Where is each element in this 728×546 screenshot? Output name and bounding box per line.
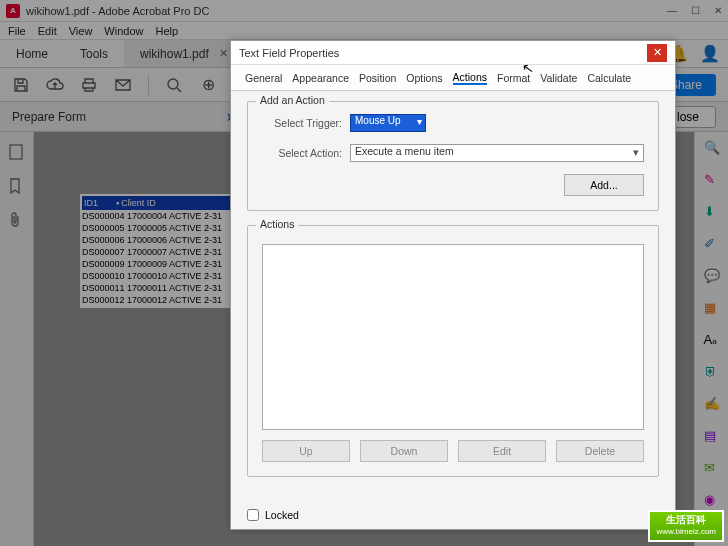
rt-form-icon[interactable]: ▤: [704, 428, 720, 444]
mouse-cursor-icon: ↖: [521, 59, 536, 77]
save-icon[interactable]: [12, 76, 30, 94]
dialog-tabs: General Appearance Position Options Acti…: [231, 65, 675, 91]
tab-position[interactable]: Position: [359, 72, 396, 84]
select-action-dropdown[interactable]: Execute a menu item: [350, 144, 644, 162]
pdf-file-icon: A: [6, 4, 20, 18]
context-title: Prepare Form: [12, 110, 86, 124]
print-icon[interactable]: [80, 76, 98, 94]
menu-help[interactable]: Help: [155, 25, 178, 37]
menubar: File Edit View Window Help: [0, 22, 728, 40]
window-title: wikihow1.pdf - Adobe Acrobat Pro DC: [26, 5, 667, 17]
edit-button[interactable]: Edit: [458, 440, 546, 462]
rt-edit-icon[interactable]: ✐: [704, 236, 720, 252]
attachment-icon[interactable]: [9, 212, 25, 228]
actions-group: Actions Up Down Edit Delete: [247, 225, 659, 477]
rt-export-icon[interactable]: ⬇: [704, 204, 720, 220]
select-trigger-label: Select Trigger:: [262, 117, 342, 129]
tab-document-label: wikihow1.pdf: [140, 47, 209, 61]
tab-close-icon[interactable]: ✕: [219, 47, 228, 60]
actions-legend: Actions: [256, 218, 298, 230]
select-trigger-dropdown[interactable]: Mouse Up: [350, 114, 426, 132]
tab-home[interactable]: Home: [0, 40, 64, 67]
right-rail: 🔍 ✎ ⬇ ✐ 💬 ▦ Aₐ ⛨ ✍ ▤ ✉ ◉: [694, 132, 728, 546]
menu-view[interactable]: View: [69, 25, 93, 37]
tab-options[interactable]: Options: [406, 72, 442, 84]
maximize-icon[interactable]: ☐: [691, 5, 700, 16]
signin-icon[interactable]: 👤: [700, 44, 720, 63]
email-icon[interactable]: [114, 76, 132, 94]
locked-row: Locked: [231, 501, 675, 529]
dialog-title: Text Field Properties: [239, 47, 339, 59]
col-id1: ID1: [84, 197, 114, 209]
titlebar: A wikihow1.pdf - Adobe Acrobat Pro DC — …: [0, 0, 728, 22]
up-button[interactable]: Up: [262, 440, 350, 462]
locked-label: Locked: [265, 509, 299, 521]
left-rail: [0, 132, 34, 546]
delete-button[interactable]: Delete: [556, 440, 644, 462]
rt-comment-icon[interactable]: 💬: [704, 268, 720, 284]
text-field-properties-dialog: Text Field Properties ✕ General Appearan…: [230, 40, 676, 530]
tab-validate[interactable]: Validate: [540, 72, 577, 84]
dialog-titlebar[interactable]: Text Field Properties ✕: [231, 41, 675, 65]
down-button[interactable]: Down: [360, 440, 448, 462]
thumbnails-icon[interactable]: [9, 144, 25, 160]
handle-icon: ▪: [116, 197, 119, 209]
actions-listbox[interactable]: [262, 244, 644, 430]
rt-send-icon[interactable]: ✉: [704, 460, 720, 476]
rt-track-icon[interactable]: ◉: [704, 492, 720, 508]
svg-point-0: [168, 79, 178, 89]
minimize-icon[interactable]: —: [667, 5, 677, 16]
tab-tools[interactable]: Tools: [64, 40, 124, 67]
page-up-icon[interactable]: ⊕: [199, 76, 217, 94]
watermark-line1: 生活百科: [656, 514, 716, 526]
rt-protect-icon[interactable]: ⛨: [704, 364, 720, 380]
zoom-icon[interactable]: [165, 76, 183, 94]
tab-calculate[interactable]: Calculate: [587, 72, 631, 84]
rt-search-icon[interactable]: 🔍: [704, 140, 720, 156]
bookmark-rail-icon[interactable]: [9, 178, 25, 194]
menu-file[interactable]: File: [8, 25, 26, 37]
tab-actions[interactable]: Actions: [453, 71, 487, 85]
cloud-icon[interactable]: [46, 76, 64, 94]
locked-checkbox[interactable]: [247, 509, 259, 521]
dialog-close-icon[interactable]: ✕: [647, 44, 667, 62]
toolbar-separator: [148, 75, 149, 95]
menu-edit[interactable]: Edit: [38, 25, 57, 37]
close-icon[interactable]: ✕: [714, 5, 722, 16]
window-controls: — ☐ ✕: [667, 5, 722, 16]
rt-organize-icon[interactable]: ▦: [704, 300, 720, 316]
menu-window[interactable]: Window: [104, 25, 143, 37]
add-action-group: Add an Action Select Trigger: Mouse Up S…: [247, 101, 659, 211]
dialog-body: Add an Action Select Trigger: Mouse Up S…: [231, 91, 675, 501]
tab-general[interactable]: General: [245, 72, 282, 84]
tab-document[interactable]: wikihow1.pdf ✕: [124, 40, 245, 67]
rt-fill-icon[interactable]: ✍: [704, 396, 720, 412]
tab-appearance[interactable]: Appearance: [292, 72, 349, 84]
select-action-label: Select Action:: [262, 147, 342, 159]
rt-enhance-icon[interactable]: Aₐ: [704, 332, 720, 348]
watermark-line2: www.bimeiz.com: [656, 526, 716, 538]
add-action-legend: Add an Action: [256, 94, 329, 106]
svg-rect-1: [10, 145, 22, 159]
rt-create-icon[interactable]: ✎: [704, 172, 720, 188]
add-button[interactable]: Add...: [564, 174, 644, 196]
watermark: 生活百科 www.bimeiz.com: [648, 510, 724, 542]
